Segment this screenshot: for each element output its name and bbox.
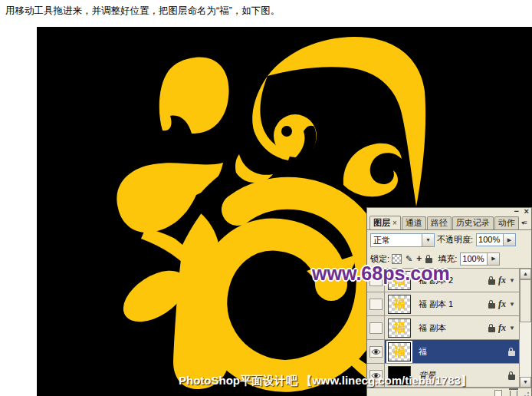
scroll-up-icon[interactable]: ▲ [520,269,531,279]
monkey-cheek-curl [235,154,273,183]
lock-icon [508,375,515,380]
layer-row-fu-copy[interactable]: 福 福 副本 fx ▼ [367,316,519,340]
lock-move-icon[interactable]: + [416,255,422,263]
tab-channels[interactable]: 通道 [402,216,426,229]
tab-actions[interactable]: 动作 [494,216,519,229]
opacity-label: 不透明度: [437,234,473,246]
chevron-down-icon[interactable]: ▼ [509,301,515,308]
lock-icon [488,303,495,309]
opacity-arrow-icon[interactable]: ▶ [503,234,515,246]
watermark-68ps: www.68ps.com [312,262,450,285]
monkey-ear-curl [343,144,402,197]
tutorial-page: 用移动工具拖进来，并调整好位置，把图层命名为“福”，如下图。 [0,0,532,396]
fill-arrow-icon[interactable]: ▶ [487,253,499,265]
panel-bottom-bar [367,388,531,396]
visibility-toggle[interactable] [367,340,385,363]
eye-pupil [281,126,292,137]
close-icon[interactable]: × [524,207,529,215]
tab-close-icon[interactable]: × [392,219,397,227]
fill-value: 100% [461,253,487,265]
fill-input[interactable]: 100% ▶ [460,252,500,266]
lock-icon [488,327,495,332]
blend-row: 正常 ▼ 不透明度: 100% ▶ [367,230,531,249]
visibility-toggle[interactable] [367,316,385,339]
instruction-text: 用移动工具拖进来，并调整好位置，把图层命名为“福”，如下图。 [5,5,280,18]
lock-brush-icon[interactable]: ✎ [406,255,412,263]
tab-paths[interactable]: 路径 [427,216,452,229]
chevron-down-icon[interactable]: ▼ [422,234,434,246]
chevron-down-icon[interactable]: ▼ [509,325,515,332]
layers-panel: − × 图层× 通道 路径 历史记录 动作 ▾≡ 正常 ▼ 不透明度: 100%… [366,207,532,396]
chevron-down-icon[interactable]: ▼ [509,277,515,284]
blend-mode-select[interactable]: 正常 ▼ [370,233,435,247]
panel-tabs: 图层× 通道 路径 历史记录 动作 ▾≡ [367,215,531,230]
layer-row-fu-copy1[interactable]: 福 福 副本 1 fx ▼ [367,292,519,316]
layer-thumbnail[interactable]: 福 [388,342,411,361]
lock-icon [488,279,495,285]
layer-name[interactable]: 福 副本 1 [414,299,488,310]
visibility-toggle[interactable] [367,292,385,315]
layer-name[interactable]: 福 副本 [414,322,488,334]
blend-mode-value: 正常 [371,234,422,246]
trash-icon[interactable] [510,391,517,396]
minimize-icon[interactable]: − [514,207,519,215]
layer-thumbnail[interactable]: 福 [388,318,411,338]
new-layer-icon[interactable] [494,390,502,396]
panel-menu-icon[interactable]: ▾≡ [517,218,530,228]
watermark-bottom: PhotoShop平面设计吧 【www.linecg.com/tieba/178… [179,374,472,388]
scrollbar-thumb[interactable] [520,279,531,322]
opacity-input[interactable]: 100% ▶ [476,233,516,246]
fx-icon[interactable]: fx [498,299,506,310]
fx-icon[interactable]: fx [498,275,506,286]
layer-thumbnail[interactable]: 福 [388,295,411,314]
layer-list-scrollbar[interactable]: ▲ ▼ [519,269,531,388]
resize-grip[interactable] [524,391,530,396]
fx-icon[interactable]: fx [498,322,506,334]
layer-name[interactable]: 福 [414,346,508,358]
opacity-value: 100% [477,234,503,246]
fu-dot-stroke [159,58,229,134]
tab-history[interactable]: 历史记录 [452,216,494,229]
eye-icon [371,348,381,355]
layer-row-fu-selected[interactable]: 福 福 [367,340,519,364]
panel-titlebar: − × [367,208,531,215]
layer-list: 福 福 副本 2 fx ▼ 福 福 副本 1 fx [367,269,531,388]
tab-layers[interactable]: 图层× [369,216,401,230]
scroll-down-icon[interactable]: ▼ [520,377,531,388]
lock-icon [508,351,515,356]
